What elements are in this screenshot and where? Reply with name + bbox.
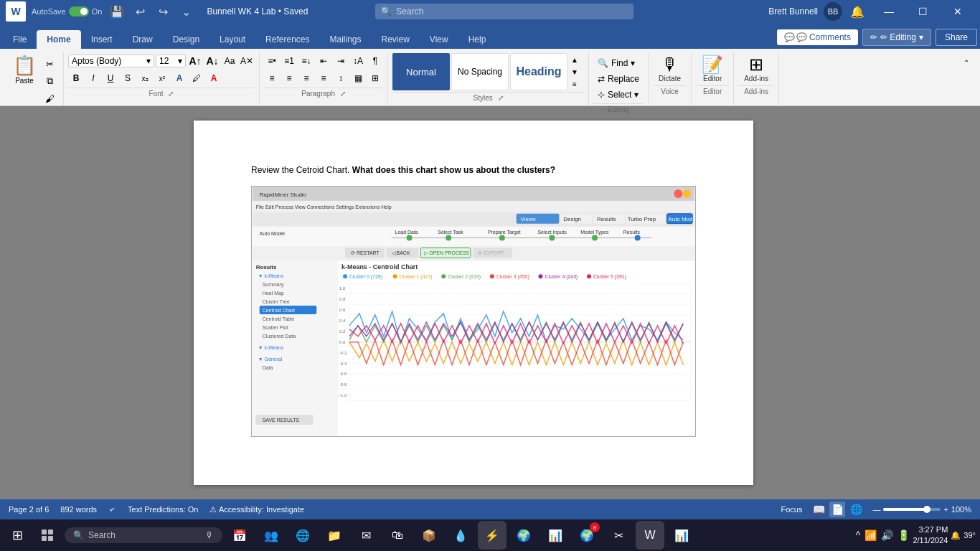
- taskbar-edge-button[interactable]: 🌐: [288, 521, 317, 550]
- strikethrough-button[interactable]: S: [120, 70, 136, 86]
- replace-button[interactable]: ⇄ Replace: [593, 72, 644, 86]
- start-button[interactable]: ⊞: [4, 522, 30, 548]
- tab-help[interactable]: Help: [458, 30, 496, 49]
- addins-button[interactable]: ⊞ Add-ins: [738, 53, 774, 84]
- font-face-selector[interactable]: Aptos (Body) ▾: [68, 55, 154, 67]
- tab-view[interactable]: View: [420, 30, 458, 49]
- numbering-button[interactable]: ≡1: [281, 53, 297, 69]
- sort-button[interactable]: ↕A: [350, 53, 366, 69]
- notification-center-button[interactable]: 🔔: [951, 531, 961, 540]
- tab-design[interactable]: Design: [163, 30, 209, 49]
- styles-down-button[interactable]: ▼: [569, 66, 580, 77]
- tab-layout[interactable]: Layout: [209, 30, 255, 49]
- title-search-bar[interactable]: 🔍 Search: [375, 4, 633, 19]
- volume-icon[interactable]: 🔊: [881, 529, 893, 541]
- taskbar-word-button[interactable]: W: [636, 521, 664, 550]
- change-case-button[interactable]: Aa: [222, 53, 237, 69]
- tab-file[interactable]: File: [3, 30, 37, 49]
- justify-button[interactable]: ≡: [316, 70, 331, 86]
- copy-button[interactable]: ⧉: [40, 73, 59, 89]
- tab-references[interactable]: References: [255, 30, 319, 49]
- text-predictions[interactable]: Text Predictions: On: [128, 505, 198, 514]
- underline-button[interactable]: U: [103, 70, 118, 86]
- taskbar-amazon-button[interactable]: 📦: [415, 521, 443, 550]
- shading-button[interactable]: ▦: [350, 70, 366, 86]
- zoom-slider[interactable]: [883, 508, 941, 511]
- bullets-button[interactable]: ≡•: [264, 53, 280, 69]
- taskbar-dropbox-button[interactable]: 💧: [446, 521, 475, 550]
- font-color-button[interactable]: A: [206, 70, 222, 86]
- superscript-button[interactable]: x²: [154, 70, 170, 86]
- share-button[interactable]: Share: [936, 29, 977, 46]
- tab-insert[interactable]: Insert: [81, 30, 123, 49]
- paragraph-dialog-launcher[interactable]: ⤢: [340, 90, 346, 98]
- save-button[interactable]: 💾: [108, 4, 126, 19]
- grow-font-button[interactable]: A↑: [187, 53, 203, 69]
- notification-icon[interactable]: 🔔: [848, 4, 867, 19]
- styles-dialog-launcher[interactable]: ⤢: [498, 94, 504, 102]
- dictate-button[interactable]: 🎙 Dictate: [653, 53, 687, 84]
- shrink-font-button[interactable]: A↓: [204, 53, 220, 69]
- taskbar-teams-button[interactable]: 👥: [257, 521, 286, 550]
- close-button[interactable]: ✕: [941, 0, 974, 23]
- find-button[interactable]: 🔍 Find ▾: [593, 56, 644, 70]
- multilevel-button[interactable]: ≡↓: [298, 53, 314, 69]
- line-spacing-button[interactable]: ↕: [333, 70, 349, 86]
- minimize-button[interactable]: —: [872, 0, 905, 23]
- highlight-color-button[interactable]: 🖊: [189, 70, 204, 86]
- tab-draw[interactable]: Draw: [123, 30, 163, 49]
- editor-button[interactable]: 📝 Editor: [696, 53, 729, 84]
- style-normal-button[interactable]: Normal: [392, 53, 450, 90]
- italic-button[interactable]: I: [85, 70, 101, 86]
- restore-button[interactable]: ☐: [907, 0, 940, 23]
- focus-button[interactable]: Focus: [781, 505, 802, 514]
- paste-button[interactable]: 📋 Paste: [10, 53, 39, 106]
- task-view-button[interactable]: [33, 521, 62, 550]
- cut-button[interactable]: ✂: [40, 56, 59, 72]
- print-layout-button[interactable]: 📄: [829, 501, 845, 517]
- taskbar-powerpoint-button[interactable]: 📊: [667, 521, 696, 550]
- style-no-spacing-button[interactable]: No Spacing: [451, 53, 509, 90]
- styles-up-button[interactable]: ▲: [569, 54, 580, 65]
- font-dialog-launcher[interactable]: ⤢: [168, 90, 174, 98]
- tray-up-arrow[interactable]: ^: [856, 529, 861, 541]
- web-layout-button[interactable]: 🌐: [848, 501, 864, 517]
- network-icon[interactable]: 📶: [864, 529, 877, 541]
- select-button[interactable]: ⊹ Select ▾: [593, 88, 644, 102]
- decrease-indent-button[interactable]: ⇤: [316, 53, 331, 69]
- tab-home[interactable]: Home: [37, 30, 80, 49]
- show-marks-button[interactable]: ¶: [367, 53, 383, 69]
- autosave-toggle[interactable]: [69, 6, 89, 17]
- align-left-button[interactable]: ≡: [264, 70, 280, 86]
- battery-icon[interactable]: 🔋: [897, 529, 910, 541]
- undo-button[interactable]: ↩: [131, 4, 149, 19]
- clear-format-button[interactable]: A✕: [239, 53, 255, 69]
- taskbar-excel-button[interactable]: 📊: [541, 521, 570, 550]
- collapse-ribbon-button[interactable]: ⌃: [958, 55, 974, 70]
- taskbar-explorer-button[interactable]: 📁: [320, 521, 349, 550]
- taskbar-snipping-button[interactable]: ✂: [604, 521, 633, 550]
- align-right-button[interactable]: ≡: [298, 70, 314, 86]
- subscript-button[interactable]: x₂: [137, 70, 153, 86]
- taskbar-chrome-button[interactable]: 🌍: [509, 521, 538, 550]
- redo-button[interactable]: ↪: [154, 4, 172, 19]
- taskbar-mail-button[interactable]: ✉: [352, 521, 380, 550]
- tab-mailings[interactable]: Mailings: [319, 30, 371, 49]
- taskbar-chrome2-button[interactable]: 🌍 8: [573, 521, 601, 550]
- increase-indent-button[interactable]: ⇥: [333, 53, 349, 69]
- comments-button[interactable]: 💬 💬 Comments: [777, 29, 858, 45]
- style-heading-button[interactable]: Heading: [510, 53, 567, 90]
- clock[interactable]: 3:27 PM 2/11/2024: [913, 524, 948, 547]
- zoom-out-button[interactable]: —: [872, 505, 880, 514]
- taskbar-rapidminer-button[interactable]: ⚡: [478, 521, 507, 550]
- taskbar-store-button[interactable]: 🛍: [383, 521, 412, 550]
- styles-more-button[interactable]: ≡: [569, 78, 580, 90]
- taskbar-search-bar[interactable]: 🔍 Search 🎙: [65, 527, 222, 543]
- bold-button[interactable]: B: [68, 70, 84, 86]
- tab-review[interactable]: Review: [372, 30, 420, 49]
- align-center-button[interactable]: ≡: [281, 70, 297, 86]
- accessibility-status[interactable]: ⚠ Accessibility: Investigate: [209, 505, 304, 514]
- format-painter-button[interactable]: 🖌: [40, 90, 59, 106]
- read-mode-button[interactable]: 📖: [811, 501, 826, 517]
- zoom-in-button[interactable]: +: [943, 505, 948, 514]
